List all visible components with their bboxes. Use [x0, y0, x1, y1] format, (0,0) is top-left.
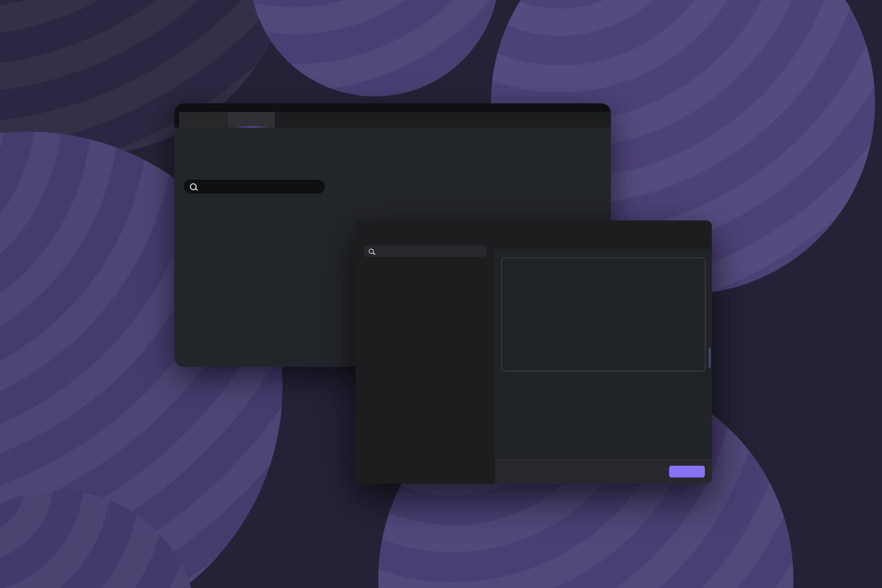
modal-footer: [495, 459, 712, 484]
tab-matrix[interactable]: [228, 112, 275, 128]
select-source-panel: [356, 238, 495, 484]
window-tabbar: [179, 112, 611, 128]
desktop-background: [0, 0, 882, 588]
configure-panel: [495, 238, 712, 484]
matrix-diagonal-header: [174, 128, 611, 198]
scrollbar-thumb[interactable]: [709, 348, 711, 368]
edit-multiview-modal: [356, 220, 712, 484]
multiview-grid-top-row: [502, 258, 705, 315]
source-search-input[interactable]: [377, 247, 482, 255]
background-blob: [250, 0, 500, 96]
configure-tabbar: [495, 238, 712, 249]
multiview-grid: [501, 258, 706, 371]
tabbar-filler: [275, 112, 611, 128]
modal-header: [356, 220, 712, 238]
source-search[interactable]: [364, 245, 487, 257]
close-icon[interactable]: [695, 224, 706, 234]
add-target-button[interactable]: [516, 153, 531, 168]
tab-overview[interactable]: [179, 112, 228, 128]
save-button[interactable]: [669, 466, 705, 477]
search-icon: [369, 249, 374, 254]
